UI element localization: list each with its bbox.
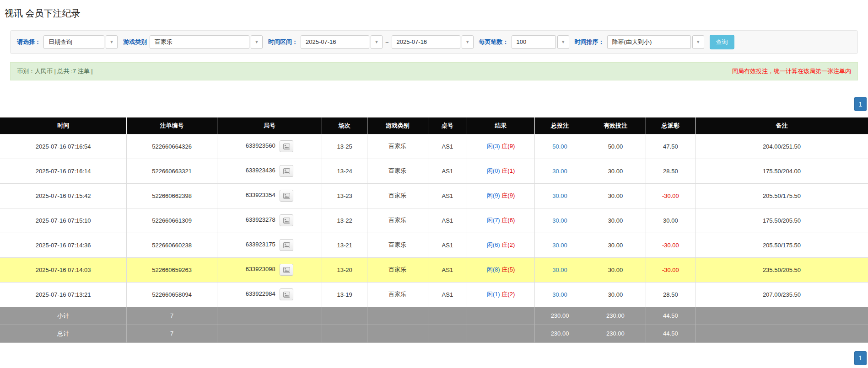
total-bet-link[interactable]: 30.00	[552, 242, 567, 249]
round-media-button[interactable]	[280, 140, 293, 152]
total-bet-link[interactable]: 30.00	[552, 192, 567, 199]
cell-game: 百家乐	[367, 159, 428, 183]
summary-row: 总计7230.00230.0044.50	[0, 325, 868, 342]
page-size-select[interactable]: 100 ▼	[512, 35, 569, 49]
round-media-button[interactable]	[280, 264, 293, 276]
cell-remark: 204.00/251.50	[695, 134, 868, 159]
game-type-select[interactable]: 百家乐 ▼	[150, 35, 263, 49]
result-player: 闲(9)	[487, 192, 500, 199]
cell-total-bet: 50.00	[535, 134, 585, 159]
caret-down-icon[interactable]: ▼	[557, 35, 569, 49]
round-media-button[interactable]	[280, 288, 293, 300]
date-range-separator: ~	[385, 39, 389, 46]
cell-remark: 205.50/175.50	[695, 183, 868, 208]
query-type-select[interactable]: 日期查询 ▼	[43, 35, 118, 49]
result-banker: 庄(9)	[501, 143, 515, 149]
round-media-button[interactable]	[280, 190, 293, 202]
cell-payout: 47.50	[646, 134, 695, 159]
caret-down-icon[interactable]: ▼	[692, 35, 704, 49]
cell-total-bet: 30.00	[535, 159, 585, 183]
column-header: 注单编号	[127, 117, 217, 134]
summary-cell	[428, 325, 467, 342]
table-row[interactable]: 2025-07-16 07:15:42522660662398633923354…	[0, 183, 868, 208]
cell-total-bet: 30.00	[535, 183, 585, 208]
date-from-value[interactable]: 2025-07-16	[301, 35, 369, 49]
query-type-value[interactable]: 日期查询	[43, 35, 104, 49]
caret-down-icon[interactable]: ▼	[251, 35, 263, 49]
table-row[interactable]: 2025-07-16 07:16:14522660663321633923436…	[0, 159, 868, 183]
cell-result: 闲(1) 庄(2)	[467, 282, 535, 307]
cell-remark: 175.50/204.00	[695, 159, 868, 183]
total-bet-link[interactable]: 30.00	[552, 291, 567, 298]
table-body: 2025-07-16 07:16:54522660664326633923560…	[0, 134, 868, 307]
cell-result: 闲(8) 庄(5)	[467, 257, 535, 282]
result-banker: 庄(2)	[501, 291, 515, 298]
sort-select[interactable]: 降幂(由大到小) ▼	[607, 35, 704, 49]
cell-round-id: 633923278	[217, 208, 322, 233]
date-range-label: 时间区间：	[268, 38, 298, 46]
cell-table: AS1	[428, 208, 467, 233]
cell-bet-id: 522660664326	[127, 134, 217, 159]
cell-time: 2025-07-16 07:14:36	[0, 233, 127, 257]
page-size-value[interactable]: 100	[512, 35, 556, 49]
table-row[interactable]: 2025-07-16 07:16:54522660664326633923560…	[0, 134, 868, 159]
cell-result: 闲(6) 庄(2)	[467, 233, 535, 257]
cell-result: 闲(9) 庄(9)	[467, 183, 535, 208]
result-banker: 庄(5)	[501, 266, 515, 273]
table-row[interactable]: 2025-07-16 07:13:21522660658094633922984…	[0, 282, 868, 307]
date-from-picker[interactable]: 2025-07-16 ▼	[301, 35, 383, 49]
search-button[interactable]: 查询	[710, 35, 734, 49]
media-icon	[283, 144, 290, 149]
cell-session: 13-22	[322, 208, 367, 233]
column-header: 时间	[0, 117, 127, 134]
cell-table: AS1	[428, 159, 467, 183]
column-header: 总派彩	[646, 117, 695, 134]
game-type-value[interactable]: 百家乐	[150, 35, 249, 49]
date-to-picker[interactable]: 2025-07-16 ▼	[392, 35, 474, 49]
summary-row: 小计7230.00230.0044.50	[0, 307, 868, 325]
cell-time: 2025-07-16 07:16:54	[0, 134, 127, 159]
notice-text: 同局有效投注，统一计算在该局第一张注单内	[732, 67, 851, 75]
sort-value[interactable]: 降幂(由大到小)	[607, 35, 691, 49]
caret-down-icon[interactable]: ▼	[462, 35, 474, 49]
caret-down-icon[interactable]: ▼	[371, 35, 383, 49]
cell-time: 2025-07-16 07:14:03	[0, 257, 127, 282]
total-bet-link[interactable]: 30.00	[552, 217, 567, 224]
total-bet-link[interactable]: 30.00	[552, 168, 567, 175]
cell-round-id: 633923098	[217, 257, 322, 282]
page-1-button[interactable]: 1	[854, 351, 867, 365]
media-icon	[283, 267, 290, 273]
summary-cell	[428, 307, 467, 325]
total-bet-link[interactable]: 30.00	[552, 267, 567, 273]
date-to-value[interactable]: 2025-07-16	[392, 35, 460, 49]
cell-session: 13-20	[322, 257, 367, 282]
table-row[interactable]: 2025-07-16 07:14:36522660660238633923175…	[0, 233, 868, 257]
summary-cell: 小计	[0, 307, 127, 325]
cell-table: AS1	[428, 233, 467, 257]
cell-result: 闲(3) 庄(9)	[467, 134, 535, 159]
media-icon	[283, 218, 290, 224]
result-player: 闲(6)	[487, 241, 500, 248]
round-media-button[interactable]	[280, 214, 293, 226]
cell-remark: 205.50/175.50	[695, 233, 868, 257]
round-media-button[interactable]	[280, 239, 293, 251]
table-row[interactable]: 2025-07-16 07:15:10522660661309633923278…	[0, 208, 868, 233]
column-header: 游戏类别	[367, 117, 428, 134]
cell-bet-id: 522660661309	[127, 208, 217, 233]
cell-time: 2025-07-16 07:13:21	[0, 282, 127, 307]
page-1-button[interactable]: 1	[854, 97, 867, 111]
cell-payout: 28.50	[646, 282, 695, 307]
summary-cell	[322, 325, 367, 342]
summary-cell	[217, 307, 322, 325]
cell-time: 2025-07-16 07:16:14	[0, 159, 127, 183]
caret-down-icon[interactable]: ▼	[106, 35, 118, 49]
cell-valid-bet: 50.00	[585, 134, 646, 159]
table-row[interactable]: 2025-07-16 07:14:03522660659263633923098…	[0, 257, 868, 282]
round-media-button[interactable]	[280, 165, 293, 177]
cell-valid-bet: 30.00	[585, 282, 646, 307]
total-bet-link[interactable]: 50.00	[552, 143, 567, 150]
cell-valid-bet: 30.00	[585, 183, 646, 208]
summary-cell	[695, 325, 868, 342]
media-icon	[283, 242, 290, 248]
pagination-bottom: 1	[0, 351, 868, 365]
